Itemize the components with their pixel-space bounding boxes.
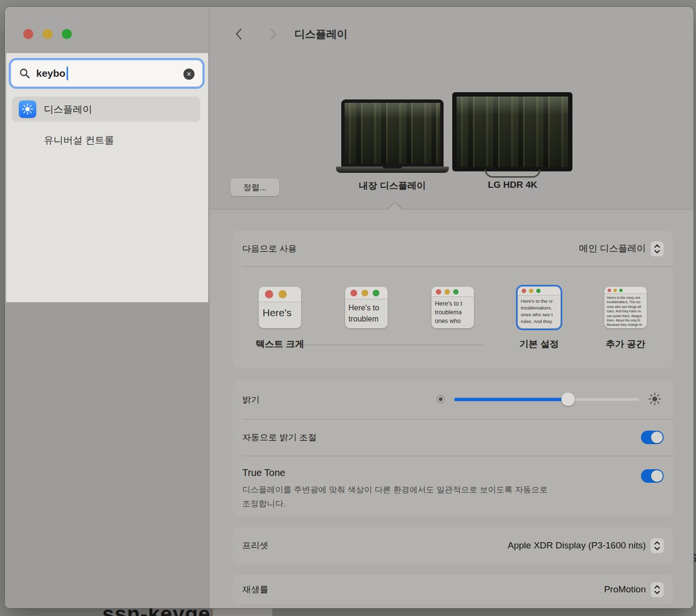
search-result-label: 유니버설 컨트롤 xyxy=(44,134,114,147)
brightness-card: 밝기 xyxy=(233,380,673,516)
chevron-left-icon xyxy=(235,28,242,40)
brightness-fill xyxy=(454,398,568,401)
external-display-label: LG HDR 4K xyxy=(488,180,537,190)
divider xyxy=(242,419,673,420)
search-input[interactable]: keybo ✕ xyxy=(11,60,203,87)
popup-stepper-icon xyxy=(651,538,664,553)
refresh-rate-card: 재생률 ProMotion xyxy=(233,574,673,604)
scaling-option-default[interactable]: Here's to the cr troublemakers. ones who… xyxy=(518,287,560,328)
brightness-label: 밝기 xyxy=(242,394,260,406)
brightness-dim-icon xyxy=(435,394,446,405)
brightness-slider[interactable] xyxy=(454,398,640,401)
desktop: { "background": { "text_behind_window": … xyxy=(0,0,696,616)
arrange-button[interactable]: 정렬... xyxy=(231,179,279,196)
search-result-universal-control[interactable]: 유니버설 컨트롤 xyxy=(44,129,114,151)
search-result-display[interactable]: 디스플레이 xyxy=(12,97,200,122)
chevron-right-icon xyxy=(270,28,277,40)
scaling-label-default: 기본 설정 xyxy=(519,338,558,350)
scaling-divider-line xyxy=(295,345,483,345)
refresh-rate-value: ProMotion xyxy=(604,584,646,595)
main-pane: 디스플레이 내장 디스플레이 LG HDR 4K 정렬... 다음으로 사용 메… xyxy=(209,7,694,608)
popup-stepper-icon xyxy=(651,241,664,256)
brightness-knob[interactable] xyxy=(561,392,575,406)
forward-button[interactable] xyxy=(266,27,280,41)
use-as-value: 메인 디스플레이 xyxy=(579,242,646,255)
search-query-text: keybo xyxy=(36,68,66,79)
text-caret xyxy=(67,67,68,80)
preset-popup[interactable]: Apple XDR Display (P3-1600 nits) xyxy=(508,538,664,553)
scaling-label-larger-text: 텍스트 크게 xyxy=(256,338,304,350)
external-display-thumbnail[interactable] xyxy=(452,92,572,178)
search-result-label: 디스플레이 xyxy=(44,103,92,116)
divider xyxy=(242,266,673,267)
display-settings-card: 다음으로 사용 메인 디스플레이 xyxy=(233,231,673,368)
laptop-base xyxy=(336,167,449,173)
sidebar-lower-area xyxy=(5,302,209,608)
sidebar: keybo ✕ 디스플레이 xyxy=(5,7,209,608)
clear-search-button[interactable]: ✕ xyxy=(183,69,195,80)
brightness-bright-icon xyxy=(648,392,661,406)
minimize-button[interactable] xyxy=(42,29,53,39)
true-tone-toggle[interactable] xyxy=(641,469,664,483)
back-button[interactable] xyxy=(232,27,245,41)
close-button[interactable] xyxy=(23,29,33,39)
preset-label: 프리셋 xyxy=(242,540,268,551)
wallpaper-image xyxy=(457,97,568,167)
preset-value: Apple XDR Display (P3-1600 nits) xyxy=(508,540,646,551)
page-title: 디스플레이 xyxy=(294,27,348,42)
scaling-option-2[interactable]: Here's to troublem xyxy=(345,287,388,328)
system-settings-window: keybo ✕ 디스플레이 xyxy=(5,7,694,608)
search-results-panel: keybo ✕ 디스플레이 xyxy=(6,53,208,302)
display-brightness-icon xyxy=(19,100,36,118)
scaling-label-more-space: 추가 공간 xyxy=(606,338,645,350)
builtin-display-thumbnail[interactable] xyxy=(341,99,444,173)
auto-brightness-toggle[interactable] xyxy=(641,431,664,444)
true-tone-description: 디스플레이를 주변광에 맞춰 색상이 다른 환경에서도 일관적으로 보이도록 자… xyxy=(242,483,548,511)
scaling-option-larger-text[interactable]: Here's xyxy=(259,287,301,328)
wallpaper-image xyxy=(345,103,440,164)
search-icon xyxy=(19,68,30,79)
zoom-button[interactable] xyxy=(62,29,72,39)
scaling-option-3[interactable]: Here's to t troublema ones who xyxy=(432,287,474,328)
scaling-option-more-space[interactable]: Here's to the crazy one troublemakers. T… xyxy=(604,287,647,328)
popup-stepper-icon xyxy=(651,582,664,597)
builtin-display-label: 내장 디스플레이 xyxy=(359,180,426,192)
refresh-rate-popup[interactable]: ProMotion xyxy=(604,582,664,597)
preset-card: 프리셋 Apple XDR Display (P3-1600 nits) xyxy=(233,527,673,564)
use-as-popup[interactable]: 메인 디스플레이 xyxy=(579,241,664,256)
refresh-rate-label: 재생률 xyxy=(242,584,268,595)
monitor-stand xyxy=(485,169,541,178)
true-tone-label: True Tone xyxy=(242,467,285,478)
auto-brightness-label: 자동으로 밝기 조절 xyxy=(242,432,317,443)
use-as-label: 다음으로 사용 xyxy=(242,243,297,254)
